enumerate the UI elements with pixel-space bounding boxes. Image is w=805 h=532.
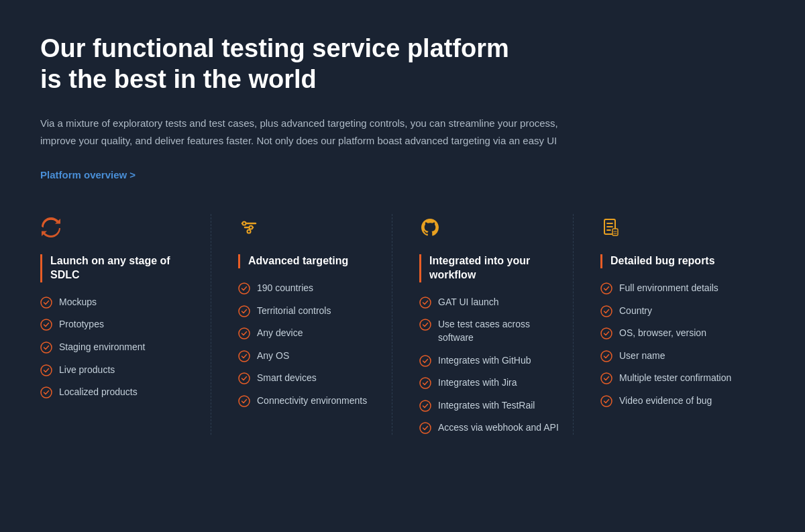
check-icon [419, 422, 431, 434]
svg-point-27 [601, 328, 612, 339]
check-icon [40, 341, 52, 354]
list-item: OS, browser, version [600, 327, 745, 340]
list-item: Territorial controls [238, 305, 382, 318]
svg-point-29 [601, 373, 612, 384]
svg-point-2 [41, 342, 52, 353]
check-icon [419, 377, 431, 389]
feature-column-reports: Detailed bug reports Full environment de… [584, 214, 765, 435]
list-item: GAT UI launch [419, 296, 564, 309]
check-icon [419, 355, 431, 367]
check-icon [238, 350, 250, 362]
features-grid: Launch on any stage of SDLC Mockups Prot… [40, 214, 765, 435]
filter-icon [238, 214, 382, 241]
check-icon [40, 319, 52, 331]
svg-point-18 [420, 319, 431, 330]
svg-point-13 [239, 328, 250, 339]
feature-column-targeting: Advanced targeting 190 countries Territo… [221, 214, 402, 435]
platform-overview-link[interactable]: Platform overview > [40, 169, 136, 180]
list-item: User name [600, 350, 745, 363]
check-icon [600, 372, 612, 384]
svg-point-22 [420, 423, 431, 433]
check-icon [600, 305, 612, 317]
list-item: Any device [238, 327, 382, 340]
check-icon [600, 282, 612, 295]
svg-point-19 [420, 356, 431, 366]
check-icon [238, 327, 250, 339]
refresh-icon [40, 214, 201, 241]
feature-title-workflow: Integrated into your workflow [419, 254, 564, 282]
github-icon [419, 214, 564, 241]
svg-point-10 [248, 230, 251, 233]
svg-point-4 [41, 387, 52, 398]
svg-point-0 [41, 297, 52, 308]
check-icon [238, 395, 250, 407]
hero-description: Via a mixture of exploratory tests and t… [40, 115, 564, 149]
svg-rect-24 [612, 229, 618, 235]
list-item: Localized products [40, 386, 201, 399]
report-icon [600, 214, 745, 241]
check-icon [238, 282, 250, 295]
svg-point-26 [601, 306, 612, 317]
feature-title-sdlc: Launch on any stage of SDLC [40, 254, 201, 282]
svg-point-21 [420, 401, 431, 411]
svg-point-30 [601, 396, 612, 407]
svg-point-14 [239, 351, 250, 362]
svg-point-8 [243, 222, 246, 225]
list-item: Integrates with TestRail [419, 399, 564, 413]
svg-point-1 [41, 319, 52, 330]
svg-point-3 [41, 365, 52, 376]
check-icon [40, 386, 52, 398]
check-icon [238, 372, 250, 384]
feature-list-reports: Full environment details Country OS, bro… [600, 282, 745, 408]
list-item: Multiple tester confirmation [600, 372, 745, 385]
svg-point-16 [239, 396, 250, 407]
feature-list-sdlc: Mockups Prototypes Staging environment L… [40, 296, 201, 399]
feature-title-targeting: Advanced targeting [238, 254, 382, 268]
svg-point-9 [250, 226, 253, 229]
list-item: Staging environment [40, 341, 201, 354]
hero-title: Our functional testing service platform … [40, 34, 510, 95]
list-item: Prototypes [40, 318, 201, 331]
list-item: Connectivity environments [238, 394, 382, 408]
list-item: Any OS [238, 350, 382, 363]
list-item: Access via webhook and API [419, 421, 564, 435]
check-icon [40, 364, 52, 376]
list-item: Video evidence of bug [600, 394, 745, 408]
svg-point-15 [239, 373, 250, 384]
svg-point-12 [239, 306, 250, 317]
feature-column-workflow: Integrated into your workflow GAT UI lau… [402, 214, 584, 435]
check-icon [419, 297, 431, 309]
svg-point-20 [420, 378, 431, 388]
check-icon [600, 350, 612, 362]
svg-point-17 [420, 297, 431, 308]
check-icon [419, 319, 431, 331]
check-icon [600, 395, 612, 407]
feature-column-sdlc: Launch on any stage of SDLC Mockups Prot… [40, 214, 221, 435]
svg-point-11 [239, 283, 250, 294]
svg-point-28 [601, 351, 612, 362]
list-item: 190 countries [238, 282, 382, 295]
check-icon [600, 327, 612, 339]
list-item: Live products [40, 364, 201, 377]
list-item: Full environment details [600, 282, 745, 295]
list-item: Integrates with Jira [419, 376, 564, 390]
list-item: Country [600, 305, 745, 318]
feature-list-workflow: GAT UI launch Use test cases across soft… [419, 296, 564, 435]
check-icon [419, 400, 431, 412]
list-item: Integrates with GitHub [419, 354, 564, 368]
check-icon [40, 297, 52, 309]
feature-list-targeting: 190 countries Territorial controls Any d… [238, 282, 382, 408]
list-item: Mockups [40, 296, 201, 309]
feature-title-reports: Detailed bug reports [600, 254, 745, 268]
check-icon [238, 305, 250, 317]
list-item: Use test cases across software [419, 318, 564, 344]
list-item: Smart devices [238, 372, 382, 385]
svg-point-25 [601, 283, 612, 294]
